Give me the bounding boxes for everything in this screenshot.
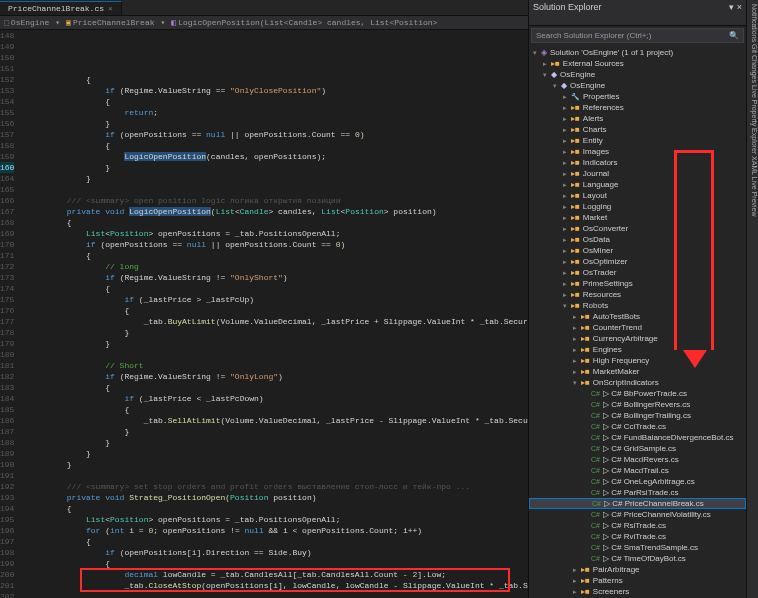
tree-twisty-icon[interactable]: ▸: [561, 104, 568, 112]
code-line[interactable]: _tab.CloseAtStop(openPositions[i], lowCa…: [28, 580, 528, 591]
code-line[interactable]: [28, 349, 528, 360]
code-line[interactable]: }: [28, 448, 528, 459]
file-cs[interactable]: C#▷ C# GridSample.cs: [529, 443, 746, 454]
folder-node[interactable]: ▸▸■OsTrader: [529, 267, 746, 278]
code-line[interactable]: {: [28, 536, 528, 547]
file-cs[interactable]: C#▷ C# BbPowerTrade.cs: [529, 388, 746, 399]
folder-node[interactable]: ▸▸■Layout: [529, 190, 746, 201]
tree-twisty-icon[interactable]: ▸: [561, 291, 568, 299]
nav-scope-method[interactable]: ◧ LogicOpenPosition(List<Candle> candles…: [171, 18, 437, 27]
tree-twisty-icon[interactable]: ▾: [531, 49, 538, 57]
document-tab-active[interactable]: PriceChannelBreak.cs ×: [0, 1, 122, 15]
code-line[interactable]: {: [28, 558, 528, 569]
code-line[interactable]: if (Regime.ValueString != "OnlyShort"): [28, 272, 528, 283]
code-line[interactable]: /// <summary> set stop orders and profit…: [28, 481, 528, 492]
nav-scope-project[interactable]: ⬚ OsEngine: [4, 18, 49, 27]
code-line[interactable]: if (_lastPrice < _lastPcDown): [28, 393, 528, 404]
nav-scope-class[interactable]: ▣ PriceChannelBreak: [66, 18, 154, 27]
code-line[interactable]: }: [28, 426, 528, 437]
folder-node[interactable]: ▸▸■Logging: [529, 201, 746, 212]
code-line[interactable]: }: [28, 327, 528, 338]
code-line[interactable]: }: [28, 118, 528, 129]
code-line[interactable]: {: [28, 96, 528, 107]
tree-twisty-icon[interactable]: ▾: [561, 302, 568, 310]
tree-twisty-icon[interactable]: ▸: [561, 192, 568, 200]
folder-node[interactable]: ▸▸■Entity: [529, 135, 746, 146]
tree-twisty-icon[interactable]: ▸: [561, 93, 568, 101]
right-tool-strip[interactable]: Notifications Git Changes Live Property …: [746, 0, 758, 598]
code-line[interactable]: [28, 184, 528, 195]
tree-twisty-icon[interactable]: ▸: [561, 159, 568, 167]
folder-node[interactable]: ▸▸■High Frequency: [529, 355, 746, 366]
project-osengine[interactable]: ▾◆OsEngine: [529, 80, 746, 91]
code-line[interactable]: private void Strateg_PositionOpen(Positi…: [28, 492, 528, 503]
folder-node[interactable]: ▸▸■OsOptimizer: [529, 256, 746, 267]
folder-node[interactable]: ▸▸■Engines: [529, 344, 746, 355]
folder-node[interactable]: ▸▸■OsData: [529, 234, 746, 245]
folder-node[interactable]: ▸▸■Charts: [529, 124, 746, 135]
code-line[interactable]: if (openPositions[i].Direction == Side.B…: [28, 547, 528, 558]
code-line[interactable]: for (int i = 0; openPositions != null &&…: [28, 525, 528, 536]
code-line[interactable]: [28, 591, 528, 598]
tree-twisty-icon[interactable]: ▸: [571, 335, 578, 343]
code-line[interactable]: }: [28, 459, 528, 470]
folder-node[interactable]: ▸▸■MarketMaker: [529, 366, 746, 377]
tree-twisty-icon[interactable]: ▾: [551, 82, 558, 90]
references-node[interactable]: ▸▸■References: [529, 102, 746, 113]
tree-twisty-icon[interactable]: ▸: [561, 126, 568, 134]
folder-node[interactable]: ▸▸■Indicators: [529, 157, 746, 168]
code-line[interactable]: if (_lastPrice > _lastPcUp): [28, 294, 528, 305]
folder-node[interactable]: ▸▸■Market: [529, 212, 746, 223]
tree-twisty-icon[interactable]: ▸: [571, 588, 578, 596]
file-cs[interactable]: C#▷ C# MacdTrail.cs: [529, 465, 746, 476]
tree-twisty-icon[interactable]: ▸: [561, 214, 568, 222]
file-cs[interactable]: C#▷ C# BollingerRevers.cs: [529, 399, 746, 410]
folder-node[interactable]: ▸▸■Journal: [529, 168, 746, 179]
file-cs[interactable]: C#▷ C# RsiTrade.cs: [529, 520, 746, 531]
tree-twisty-icon[interactable]: ▾: [571, 379, 578, 387]
folder-node[interactable]: ▸▸■AutoTestBots: [529, 311, 746, 322]
tree-twisty-icon[interactable]: ▸: [561, 203, 568, 211]
code-line[interactable]: /// <summary> open position logic логика…: [28, 195, 528, 206]
code-line[interactable]: }: [28, 338, 528, 349]
code-line[interactable]: if (Regime.ValueString != "OnlyLong"): [28, 371, 528, 382]
file-cs[interactable]: C#▷ C# PriceChannelVolatility.cs: [529, 509, 746, 520]
folder-node[interactable]: ▸▸■Screeners: [529, 586, 746, 597]
code-content[interactable]: { if (Regime.ValueString == "OnlyClosePo…: [20, 30, 528, 598]
file-cs[interactable]: C#▷ C# RviTrade.cs: [529, 531, 746, 542]
folder-onscriptindicators[interactable]: ▾▸■OnScriptIndicators: [529, 377, 746, 388]
folder-node[interactable]: ▸▸■Patterns: [529, 575, 746, 586]
code-line[interactable]: _tab.BuyAtLimit(Volume.ValueDecimal, _la…: [28, 316, 528, 327]
code-line[interactable]: decimal lowCandle = _tab.CandlesAll[_tab…: [28, 569, 528, 580]
tree-twisty-icon[interactable]: ▸: [561, 236, 568, 244]
file-cs[interactable]: C#▷ C# MacdRevers.cs: [529, 454, 746, 465]
folder-node[interactable]: ▸▸■Resources: [529, 289, 746, 300]
code-line[interactable]: {: [28, 250, 528, 261]
tree-twisty-icon[interactable]: ▸: [561, 269, 568, 277]
tree-twisty-icon[interactable]: ▸: [561, 170, 568, 178]
tree-twisty-icon[interactable]: ▸: [561, 148, 568, 156]
folder-node[interactable]: ▸▸■CurrencyArbitrage: [529, 333, 746, 344]
code-line[interactable]: List<Position> openPositions = _tab.Posi…: [28, 228, 528, 239]
tree-twisty-icon[interactable]: ▸: [561, 247, 568, 255]
folder-node[interactable]: ▸▸■OsMiner: [529, 245, 746, 256]
code-line[interactable]: _tab.SellAtLimit(Volume.ValueDecimal, _l…: [28, 415, 528, 426]
code-line[interactable]: List<Position> openPositions = _tab.Posi…: [28, 514, 528, 525]
folder-node[interactable]: ▸▸■PrimeSettings: [529, 278, 746, 289]
code-line[interactable]: [28, 470, 528, 481]
tree-twisty-icon[interactable]: ▸: [571, 313, 578, 321]
tree-twisty-icon[interactable]: ▸: [541, 60, 548, 68]
solution-toolbar[interactable]: [529, 14, 746, 26]
folder-node[interactable]: ▸▸■OsConverter: [529, 223, 746, 234]
file-cs[interactable]: C#▷ C# CciTrade.cs: [529, 421, 746, 432]
tree-twisty-icon[interactable]: ▸: [561, 137, 568, 145]
code-line[interactable]: {: [28, 217, 528, 228]
pin-icon[interactable]: ▾ ×: [729, 2, 742, 12]
folder-node[interactable]: ▸▸■Alerts: [529, 113, 746, 124]
solution-explorer-title-bar[interactable]: Solution Explorer ▾ ×: [529, 0, 746, 14]
code-line[interactable]: {: [28, 503, 528, 514]
code-line[interactable]: }: [28, 437, 528, 448]
tree-twisty-icon[interactable]: ▸: [571, 577, 578, 585]
file-cs[interactable]: C#▷ C# TimeOfDayBot.cs: [529, 553, 746, 564]
code-line[interactable]: {: [28, 74, 528, 85]
